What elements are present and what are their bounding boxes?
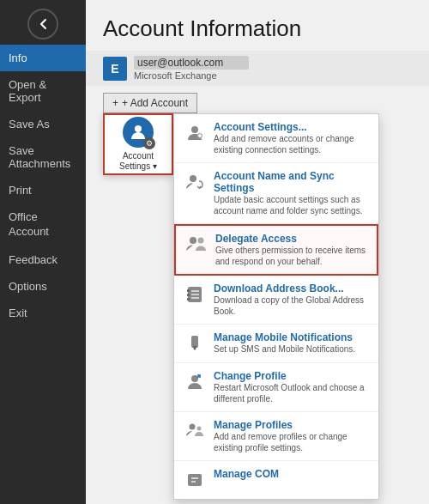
account-info: user@outlook.com Microsoft Exchange xyxy=(134,56,249,81)
account-settings-label: AccountSettings ▾ xyxy=(119,151,157,172)
svg-point-18 xyxy=(197,427,202,431)
dropdown-item-account-settings[interactable]: Account Settings... Add and remove accou… xyxy=(174,114,378,163)
account-settings-button[interactable]: ⚙ AccountSettings ▾ xyxy=(103,113,173,175)
account-email: user@outlook.com xyxy=(134,56,249,70)
sidebar-item-office-account[interactable]: Office Account xyxy=(0,203,86,246)
back-button[interactable] xyxy=(27,9,58,39)
dropdown-item-manage-com-text: Manage COM xyxy=(214,468,370,480)
add-account-btn[interactable]: + + Add Account xyxy=(103,93,197,113)
svg-point-15 xyxy=(194,348,196,350)
sidebar-item-options[interactable]: Options xyxy=(0,273,86,300)
delegate-icon xyxy=(184,233,208,257)
dropdown-item-name-sync[interactable]: Account Name and Sync Settings Update ba… xyxy=(174,163,378,224)
account-settings-dropdown: Account Settings... Add and remove accou… xyxy=(173,113,379,500)
dropdown-item-delegate[interactable]: Delegate Access Give others permission t… xyxy=(174,224,378,276)
sidebar-item-save-as[interactable]: Save As xyxy=(0,111,86,137)
svg-point-1 xyxy=(191,126,198,133)
name-sync-icon xyxy=(183,170,207,194)
svg-rect-8 xyxy=(187,294,190,296)
account-type: Microsoft Exchange xyxy=(134,70,249,81)
dropdown-item-name-sync-text: Account Name and Sync Settings Update ba… xyxy=(214,170,370,216)
svg-point-3 xyxy=(190,175,196,182)
sidebar: Info Open & Export Save As Save Attachme… xyxy=(0,0,86,504)
exchange-icon: E xyxy=(103,57,127,81)
svg-point-0 xyxy=(135,125,142,132)
sidebar-item-feedback[interactable]: Feedback xyxy=(0,246,86,273)
dropdown-item-manage-com[interactable]: Manage COM xyxy=(174,461,378,499)
sidebar-item-open-export[interactable]: Open & Export xyxy=(0,71,86,111)
dropdown-item-address-book[interactable]: Download Address Book... Download a copy… xyxy=(174,276,378,325)
dropdown-item-manage-profiles[interactable]: Manage Profiles Add and remove profiles … xyxy=(174,412,378,461)
dropdown-item-mobile-text: Manage Mobile Notifications Set up SMS a… xyxy=(214,331,370,355)
gear-badge-icon: ⚙ xyxy=(143,137,155,149)
svg-rect-19 xyxy=(188,474,202,486)
address-book-icon xyxy=(183,282,207,307)
sidebar-item-print[interactable]: Print xyxy=(0,177,86,203)
svg-point-17 xyxy=(190,424,196,430)
account-settings-menu-icon xyxy=(183,121,207,145)
svg-rect-13 xyxy=(191,336,198,348)
dropdown-item-delegate-text: Delegate Access Give others permission t… xyxy=(215,233,368,267)
dropdown-item-account-settings-text: Account Settings... Add and remove accou… xyxy=(214,121,370,155)
dropdown-item-address-book-text: Download Address Book... Download a copy… xyxy=(214,282,370,317)
sidebar-item-info[interactable]: Info xyxy=(0,45,86,71)
svg-point-16 xyxy=(191,375,198,382)
svg-rect-9 xyxy=(187,298,190,301)
dropdown-item-manage-profiles-text: Manage Profiles Add and remove profiles … xyxy=(214,419,370,453)
dropdown-item-mobile-notifications[interactable]: Manage Mobile Notifications Set up SMS a… xyxy=(174,325,378,363)
dropdown-item-change-profile-text: Change Profile Restart Microsoft Outlook… xyxy=(214,370,370,404)
plus-icon: + xyxy=(112,97,118,109)
page-title: Account Information xyxy=(86,0,429,51)
account-settings-icon: ⚙ xyxy=(123,117,154,148)
svg-point-5 xyxy=(198,238,204,244)
mobile-notifications-icon xyxy=(183,331,207,355)
sidebar-item-save-attachments[interactable]: Save Attachments xyxy=(0,137,86,177)
sidebar-item-exit[interactable]: Exit xyxy=(0,300,86,326)
manage-profiles-icon xyxy=(183,419,207,443)
dropdown-item-change-profile[interactable]: Change Profile Restart Microsoft Outlook… xyxy=(174,363,378,412)
change-profile-icon xyxy=(183,370,207,394)
account-bar: E user@outlook.com Microsoft Exchange xyxy=(86,51,429,86)
svg-point-4 xyxy=(190,237,196,244)
main-content: Account Information E user@outlook.com M… xyxy=(86,0,429,504)
manage-com-icon xyxy=(183,468,207,492)
svg-rect-7 xyxy=(187,289,190,292)
